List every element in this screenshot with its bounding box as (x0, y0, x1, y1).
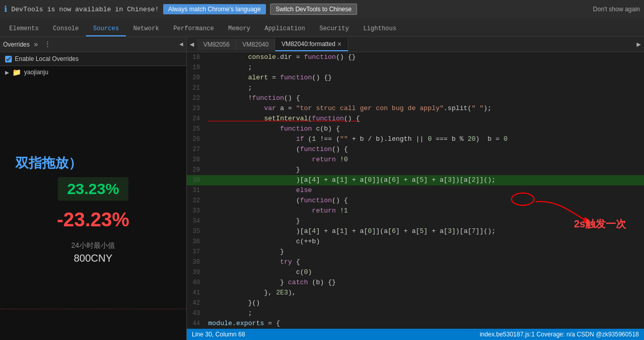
line-number: 40 (187, 278, 206, 288)
line-number: 39 (187, 267, 206, 278)
folder-arrow-icon: ▶ (5, 70, 9, 75)
always-match-language-button[interactable]: Always match Chrome's language (163, 4, 266, 14)
tab-sources[interactable]: Sources (86, 22, 126, 36)
code-line-19: 19 ; (187, 62, 644, 73)
line-number: 30 (187, 175, 206, 185)
line-number: 34 (187, 216, 206, 226)
app-preview: 双指拖放） 23.23% -23.23% 24小时最小值 800CNY (0, 78, 186, 340)
line-number: 29 (187, 165, 206, 175)
main-area: Overrides » ⋮ ◀ Enable Local Overrides ▶… (0, 37, 644, 340)
line-content: alert = function() {} (206, 73, 644, 83)
tab-performance[interactable]: Performance (166, 22, 221, 36)
line-number: 18 (187, 52, 206, 62)
app-percent-neg: -23.23% (57, 209, 129, 231)
overrides-bar: Overrides » ⋮ ◀ (0, 37, 186, 52)
tab-application[interactable]: Application (257, 22, 312, 36)
code-line-29: 29 } (187, 165, 644, 175)
status-bar: Line 30, Column 68 index.be530187.js:1 C… (187, 329, 644, 340)
code-line-40: 40 } catch (b) {} (187, 278, 644, 288)
line-number: 28 (187, 155, 206, 165)
file-tab-close-icon[interactable]: × (338, 40, 342, 48)
code-line-35: 35 )[a[4] + a[1] + a[0]](a[6] + a[5] + a… (187, 226, 644, 237)
file-tab-more-button[interactable]: ▶ (634, 40, 644, 49)
line-number: 21 (187, 83, 206, 93)
file-tab-vm82056[interactable]: VM82056 (197, 39, 236, 50)
code-line-27: 27 (function() { (187, 144, 644, 155)
line-number: 35 (187, 226, 206, 237)
info-bar: ℹ DevTools is now available in Chinese! … (0, 0, 644, 18)
file-tab-vm82040-formatted[interactable]: VM82040:formatted × (275, 38, 348, 51)
tab-network[interactable]: Network (126, 22, 166, 36)
devtools-tab-bar: Elements Console Sources Network Perform… (0, 18, 644, 37)
app-title: 双指拖放） (15, 154, 82, 172)
tab-security[interactable]: Security (313, 22, 357, 36)
line-content: ; (206, 62, 644, 73)
code-line-36: 36 c(++b) (187, 237, 644, 247)
folder-item[interactable]: ▶ 📁 yaojianju (0, 66, 186, 78)
folder-name: yaojianju (24, 69, 48, 76)
line-content: module.exports = { (206, 318, 644, 329)
code-line-25: 25 function c(b) { (187, 124, 644, 134)
line-content: ; (206, 83, 644, 93)
switch-devtools-button[interactable]: Switch DevTools to Chinese (270, 4, 358, 15)
line-content: !function() { (206, 93, 644, 103)
code-line-44: 44module.exports = { (187, 318, 644, 329)
tab-memory[interactable]: Memory (221, 22, 257, 36)
code-line-33: 33 return !1 (187, 206, 644, 216)
line-number: 38 (187, 257, 206, 267)
overrides-label: Overrides (3, 41, 30, 48)
tab-lighthouse[interactable]: Lighthous (356, 22, 404, 36)
line-number: 26 (187, 134, 206, 144)
line-content: } (206, 216, 644, 226)
file-tabs-bar: ◀ VM82056 VM82040 VM82040:formatted × ▶ (187, 37, 644, 52)
line-content: var a = "tor struc call ger con bug de a… (206, 103, 644, 114)
app-min-label: 24小时最小值 (71, 241, 115, 250)
line-content: function c(b) { (206, 124, 644, 134)
enable-override-checkbox[interactable] (5, 56, 12, 62)
line-content: c(0) (206, 267, 644, 278)
line-content: }() (206, 298, 644, 308)
line-content: )[a[4] + a[1] + a[0]](a[6] + a[5] + a[3]… (206, 226, 644, 237)
file-tab-label: VM82040:formatted (281, 40, 335, 48)
info-message: DevTools is now available in Chinese! (11, 6, 159, 13)
code-panel: ◀ VM82056 VM82040 VM82040:formatted × ▶ … (187, 37, 644, 340)
file-tab-back-button[interactable]: ◀ (187, 40, 197, 49)
overrides-more-button[interactable]: » (32, 40, 40, 49)
line-number: 41 (187, 288, 206, 298)
code-editor[interactable]: 17 ;18 console.dir = function() {}19 ;20… (187, 52, 644, 329)
status-position: Line 30, Column 68 (192, 331, 245, 338)
tab-elements[interactable]: Elements (2, 22, 46, 36)
line-content: setInterval(function() { (206, 114, 644, 124)
line-content: else (206, 185, 644, 196)
line-content: console.dir = function() {} (206, 52, 644, 62)
line-number: 22 (187, 93, 206, 103)
code-line-30: 30 )[a[4] + a[1] + a[0]](a[6] + a[5] + a… (187, 175, 644, 185)
line-number: 24 (187, 114, 206, 124)
line-number: 19 (187, 62, 206, 73)
code-line-20: 20 alert = function() {} (187, 73, 644, 83)
line-content: } catch (b) {} (206, 278, 644, 288)
app-min-value: 800CNY (74, 252, 113, 264)
overrides-menu-button[interactable]: ⋮ (42, 40, 53, 49)
collapse-button[interactable]: ◀ (180, 40, 183, 48)
dismiss-button[interactable]: Don't show again (593, 6, 640, 13)
enable-override-row: Enable Local Overrides (0, 52, 186, 66)
line-number: 27 (187, 144, 206, 155)
line-number: 25 (187, 124, 206, 134)
line-number: 42 (187, 298, 206, 308)
code-line-24: 24 setInterval(function() { (187, 114, 644, 124)
line-number: 33 (187, 206, 206, 216)
code-line-22: 22 !function() { (187, 93, 644, 103)
code-line-28: 28 return !0 (187, 155, 644, 165)
line-content: if (1 !== ("" + b / b).length || 0 === b… (206, 134, 644, 144)
code-line-38: 38 try { (187, 257, 644, 267)
app-percent-pos: 23.23% (58, 177, 128, 201)
line-number: 43 (187, 308, 206, 318)
code-line-37: 37 } (187, 247, 644, 257)
code-line-39: 39 c(0) (187, 267, 644, 278)
line-content: }, 2E3), (206, 288, 644, 298)
line-content: c(++b) (206, 237, 644, 247)
file-tab-vm82040[interactable]: VM82040 (236, 39, 275, 50)
line-content: (function() { (206, 144, 644, 155)
tab-console[interactable]: Console (46, 22, 86, 36)
